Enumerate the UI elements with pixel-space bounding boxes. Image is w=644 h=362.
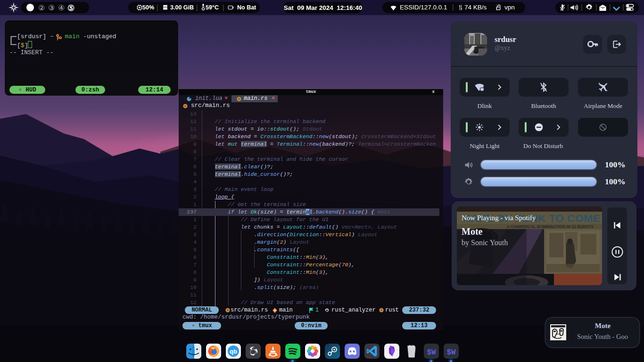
svg-text:$W: $W [427,348,436,357]
svg-text:qb: qb [230,348,237,355]
svg-text:$W: $W [446,348,456,357]
